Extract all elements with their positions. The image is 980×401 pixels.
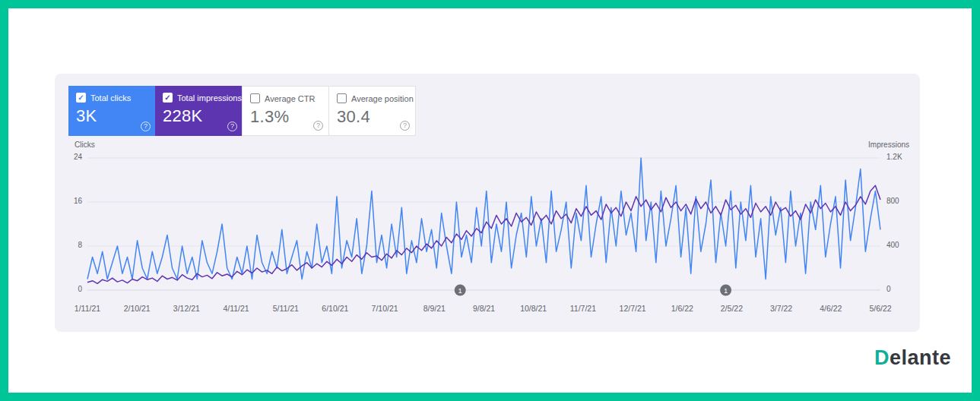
checkbox-checked-icon[interactable]: ✓	[163, 93, 173, 103]
x-axis-label: 6/10/21	[311, 304, 360, 313]
x-axis-label: 10/8/21	[509, 304, 558, 313]
chart-svg: 11	[87, 158, 880, 290]
svg-text:1: 1	[458, 286, 462, 295]
x-axis-label: 3/7/22	[757, 304, 806, 313]
left-axis-tick: 0	[61, 285, 82, 293]
logo-first-letter: D	[874, 346, 890, 369]
annotation-marker[interactable]: 1	[455, 285, 466, 296]
card-total-impressions[interactable]: ✓ Total impressions 228K ?	[155, 86, 243, 136]
card-value: 228K	[163, 106, 235, 126]
card-value: 1.3%	[250, 107, 321, 127]
performance-panel: ✓ Total clicks 3K ? ✓ Total impressions …	[55, 74, 920, 332]
series-line-total-impressions	[87, 185, 880, 283]
left-axis-tick: 24	[61, 153, 82, 161]
chart-plot-area[interactable]: 11	[87, 158, 880, 290]
metric-cards: ✓ Total clicks 3K ? ✓ Total impressions …	[68, 86, 416, 136]
logo-rest: elante	[890, 346, 951, 369]
right-axis-title: Impressions	[868, 141, 909, 149]
card-label: Average position	[351, 94, 414, 103]
card-label: Average CTR	[265, 94, 315, 103]
delante-logo: Delante	[874, 346, 951, 370]
left-axis-tick: 16	[61, 197, 82, 205]
help-icon[interactable]: ?	[141, 122, 151, 131]
checkbox-unchecked-icon[interactable]	[250, 93, 260, 103]
help-icon[interactable]: ?	[227, 122, 237, 131]
x-axis-label: 7/10/21	[360, 304, 409, 313]
right-axis-tick: 800	[886, 197, 912, 205]
x-axis-label: 9/8/21	[460, 304, 509, 313]
checkbox-checked-icon[interactable]: ✓	[76, 93, 86, 103]
right-axis-tick: 0	[886, 285, 912, 293]
card-label: Total impressions	[177, 93, 242, 103]
left-axis-tick: 8	[61, 241, 82, 249]
x-axis-label: 1/11/21	[63, 304, 112, 313]
x-axis-label: 2/10/21	[113, 304, 161, 313]
card-value: 3K	[76, 106, 148, 126]
series-line-total-clicks	[87, 158, 880, 279]
help-icon[interactable]: ?	[313, 121, 323, 131]
card-label: Total clicks	[90, 93, 131, 103]
annotation-marker[interactable]: 1	[720, 285, 731, 296]
x-axis-label: 4/6/22	[807, 304, 855, 313]
x-axis-label: 2/5/22	[707, 304, 756, 313]
card-average-ctr[interactable]: Average CTR 1.3% ?	[242, 86, 329, 136]
card-total-clicks[interactable]: ✓ Total clicks 3K ?	[68, 86, 156, 136]
card-average-position[interactable]: Average position 30.4 ?	[328, 86, 416, 136]
x-axis-label: 1/6/22	[658, 304, 706, 313]
x-axis-label: 4/11/21	[212, 304, 261, 313]
right-axis-tick: 1.2K	[886, 153, 912, 161]
card-value: 30.4	[337, 107, 408, 127]
x-axis-label: 3/12/21	[162, 304, 211, 313]
x-axis-labels: 1/11/212/10/213/12/214/11/215/11/216/10/…	[87, 304, 880, 314]
left-axis-title: Clicks	[75, 141, 95, 149]
right-axis-tick: 400	[886, 241, 912, 249]
svg-text:1: 1	[724, 286, 728, 295]
x-axis-label: 5/6/22	[856, 304, 905, 313]
help-icon[interactable]: ?	[400, 121, 410, 131]
checkbox-unchecked-icon[interactable]	[337, 93, 347, 103]
x-axis-label: 8/9/21	[410, 304, 458, 313]
x-axis-label: 11/7/21	[559, 304, 607, 313]
x-axis-label: 12/7/21	[608, 304, 657, 313]
x-axis-label: 5/11/21	[262, 304, 310, 313]
